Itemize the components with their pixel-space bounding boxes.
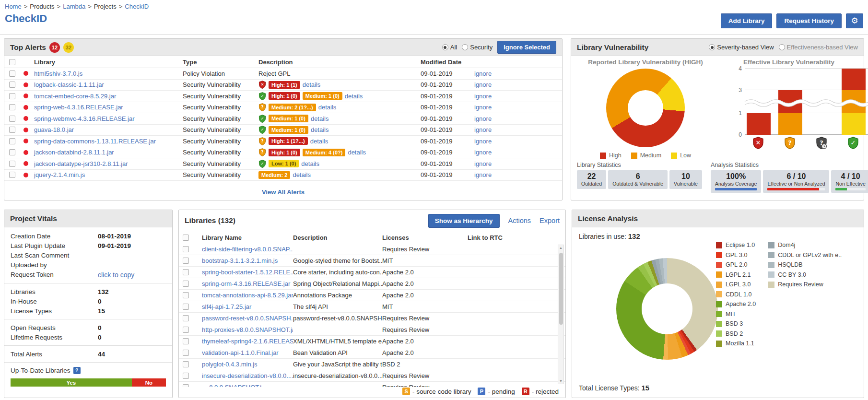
col-link-to-rtc: Link to RTC	[468, 234, 565, 241]
export-link[interactable]: Export	[540, 217, 560, 224]
library-name-link[interactable]: spring-orm-4.3.16.RELEASE.jar	[202, 280, 290, 287]
library-link[interactable]: spring-webmvc-4.3.16.RELEASE.jar	[34, 115, 183, 122]
select-all-checkbox[interactable]	[183, 235, 189, 241]
show-as-hierarchy-button[interactable]: Show as Hierarchy	[428, 214, 500, 228]
row-checkbox[interactable]	[183, 292, 189, 298]
row-checkbox[interactable]	[183, 304, 189, 310]
scroll-up-icon[interactable]: ▲	[558, 246, 563, 249]
ignore-link[interactable]: ignore	[474, 160, 562, 167]
library-link[interactable]: jackson-databind-2.8.11.1.jar	[34, 149, 183, 156]
breadcrumb-item-checkid[interactable]: CheckID	[125, 3, 149, 10]
row-checkbox[interactable]	[9, 104, 15, 110]
ignore-selected-button[interactable]: Ignore Selected	[497, 41, 556, 54]
row-checkbox[interactable]	[183, 373, 189, 379]
legend-color-swatch	[716, 330, 722, 337]
request-history-button[interactable]: Request History	[776, 13, 842, 28]
breadcrumb-item-home[interactable]: Home	[5, 3, 22, 10]
library-link[interactable]: tomcat-embed-core-8.5.29.jar	[34, 93, 183, 100]
row-checkbox[interactable]	[9, 172, 15, 178]
actions-link[interactable]: Actions	[508, 217, 531, 224]
library-name-link[interactable]: tomcat-annotations-api-8.5.29.jar	[202, 292, 293, 299]
library-link[interactable]: spring-data-commons-1.13.11.RELEASE.jar	[34, 138, 183, 145]
scrollbar-thumb[interactable]	[559, 253, 563, 325]
library-link[interactable]: logback-classic-1.1.11.jar	[34, 81, 183, 88]
details-link[interactable]: details	[303, 81, 321, 88]
severity-view-radio[interactable]: Severity-based View	[709, 44, 774, 51]
filter-security-radio[interactable]: Security	[462, 44, 493, 51]
library-name-link[interactable]: validation-api-1.1.0.Final.jar	[202, 349, 279, 356]
row-checkbox[interactable]	[183, 338, 189, 344]
row-checkbox[interactable]	[183, 327, 189, 333]
request-token-copy-link[interactable]: click to copy	[98, 271, 166, 279]
row-checkbox[interactable]	[183, 384, 189, 387]
row-checkbox[interactable]	[183, 246, 189, 252]
row-checkbox[interactable]	[9, 138, 15, 144]
ignore-link[interactable]: ignore	[474, 138, 562, 145]
library-name-link[interactable]: thymeleaf-spring4-2.1.6.RELEAS...	[202, 338, 293, 345]
ignore-link[interactable]: ignore	[474, 93, 562, 100]
details-link[interactable]: details	[345, 93, 363, 100]
row-checkbox[interactable]	[183, 281, 189, 287]
license-legend-item: HSQLDB	[768, 261, 842, 268]
row-checkbox[interactable]	[183, 350, 189, 356]
library-name-link[interactable]: bootstrap-3.1.1-3.2.1.min.js	[202, 257, 278, 264]
row-checkbox[interactable]	[9, 82, 15, 88]
help-icon[interactable]: ?	[73, 367, 81, 374]
vitals-row: Lifetime Requests0	[4, 332, 172, 342]
library-link[interactable]: html5shiv-3.7.0.js	[34, 70, 183, 77]
ignore-link[interactable]: ignore	[474, 171, 562, 178]
add-library-button[interactable]: Add Library	[721, 13, 773, 28]
details-link[interactable]: details	[310, 138, 328, 145]
project-vitals-header: Project Vitals	[4, 210, 172, 227]
library-name-link[interactable]: client-side-filtering-v8.0.0.SNAP...	[202, 246, 293, 253]
row-checkbox[interactable]	[183, 258, 189, 264]
license-legend-label: BSD 3	[726, 320, 743, 327]
details-link[interactable]: details	[311, 126, 329, 133]
row-checkbox[interactable]	[9, 127, 15, 133]
ignore-link[interactable]: ignore	[474, 115, 562, 122]
library-name-link[interactable]: password-reset-v8.0.0.SNAPSH...	[202, 315, 293, 322]
library-link[interactable]: jquery-2.1.4.min.js	[34, 171, 183, 178]
row-checkbox[interactable]	[9, 116, 15, 122]
license-legend-item: BSD 3	[716, 320, 756, 327]
libraries-scrollbar[interactable]: ▲ ▼	[558, 245, 564, 384]
library-name-link[interactable]: ...-8.0.0.SNAPSHOT.j...	[202, 384, 267, 387]
row-checkbox[interactable]	[9, 71, 15, 77]
ignore-link[interactable]: ignore	[474, 104, 562, 111]
row-checkbox[interactable]	[183, 315, 189, 321]
row-checkbox[interactable]	[183, 269, 189, 275]
details-link[interactable]: details	[348, 149, 366, 156]
library-link[interactable]: jackson-datatype-jsr310-2.8.11.jar	[34, 160, 183, 167]
library-name-link[interactable]: polyglot-0.4.3.min.js	[202, 361, 258, 368]
library-name-link[interactable]: http-proxies-v8.0.0.SNAPSHOT.jar	[202, 326, 293, 333]
details-link[interactable]: details	[301, 160, 319, 167]
status-legend-text: - pending	[488, 388, 515, 395]
stat-box: 4 / 10Non Effective	[831, 170, 868, 193]
details-link[interactable]: details	[318, 104, 337, 111]
row-checkbox[interactable]	[9, 93, 15, 99]
library-link[interactable]: spring-web-4.3.16.RELEASE.jar	[34, 104, 183, 111]
row-checkbox[interactable]	[9, 149, 15, 155]
ignore-link[interactable]: ignore	[474, 70, 562, 77]
effectiveness-view-radio[interactable]: Effectiveness-based View	[779, 44, 858, 51]
row-checkbox[interactable]	[9, 161, 15, 167]
view-all-alerts-link[interactable]: View All Alerts	[262, 188, 305, 196]
settings-button[interactable]: ⚙	[846, 13, 863, 28]
select-all-checkbox[interactable]	[9, 59, 15, 65]
license-analysis-panel: License Analysis Libraries in use: 132 E…	[572, 210, 864, 398]
library-name-link[interactable]: spring-boot-starter-1.5.12.RELE...	[202, 269, 293, 276]
filter-all-radio[interactable]: All	[442, 44, 457, 51]
library-name-link[interactable]: insecure-deserialization-v8.0.0....	[202, 372, 293, 379]
ignore-link[interactable]: ignore	[474, 126, 562, 133]
library-name-link[interactable]: slf4j-api-1.7.25.jar	[202, 303, 251, 310]
ignore-link[interactable]: ignore	[474, 81, 562, 88]
breadcrumb-item-lambda[interactable]: Lambda	[63, 3, 85, 10]
scroll-down-icon[interactable]: ▼	[558, 379, 563, 383]
details-link[interactable]: details	[293, 171, 311, 178]
total-license-types: Total License Types: 15	[579, 384, 649, 392]
row-checkbox[interactable]	[183, 361, 189, 367]
ignore-link[interactable]: ignore	[474, 149, 562, 156]
library-link[interactable]: guava-18.0.jar	[34, 126, 183, 133]
details-link[interactable]: details	[311, 115, 329, 122]
svg-text:?: ?	[261, 139, 264, 143]
